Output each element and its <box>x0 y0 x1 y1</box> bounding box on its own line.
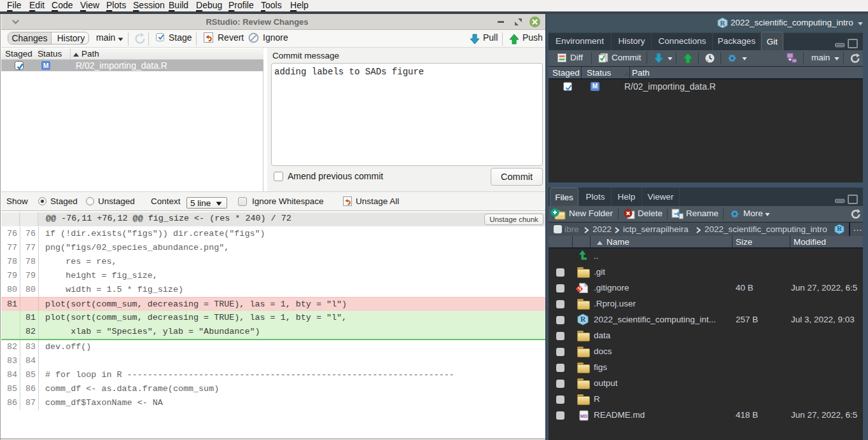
svg-text:R: R <box>580 315 586 324</box>
svg-text:R: R <box>837 225 842 232</box>
svg-text:R: R <box>720 19 726 27</box>
svg-text:MD: MD <box>580 414 587 418</box>
